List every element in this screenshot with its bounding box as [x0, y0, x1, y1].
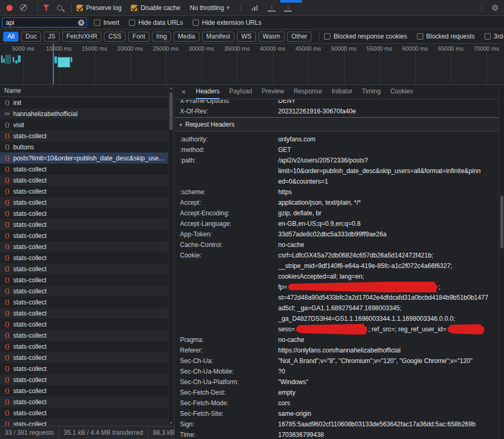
- scroll-down-button[interactable]: [168, 420, 174, 426]
- filter-chip-media[interactable]: Media: [174, 32, 199, 42]
- disable-cache-checkbox[interactable]: Disable cache: [131, 4, 180, 12]
- request-name: stats-collect: [13, 321, 46, 328]
- header-value: no-cache: [278, 335, 499, 345]
- request-name: stats-collect: [13, 310, 46, 317]
- filter-chip-other[interactable]: Other: [287, 32, 311, 42]
- header-value: https: [278, 187, 499, 197]
- tab-preview[interactable]: Preview: [262, 85, 284, 99]
- request-row[interactable]: <>hannahelizabethofficial: [0, 108, 174, 119]
- gear-icon[interactable]: [492, 3, 499, 13]
- close-icon[interactable]: [180, 88, 187, 96]
- request-row[interactable]: {}stats-collect: [0, 297, 174, 308]
- request-row[interactable]: {}stats-collect: [0, 418, 174, 426]
- header-name: X-Of-Rev:: [175, 106, 278, 117]
- request-row[interactable]: {}visit: [0, 119, 174, 130]
- request-type-icon: {}: [4, 155, 13, 161]
- request-row[interactable]: {}stats-collect: [0, 130, 174, 141]
- header-name: Accept-Encoding:: [175, 208, 278, 218]
- checkbox-blocked-requests[interactable]: Blocked requests: [417, 33, 475, 40]
- request-type-icon: {}: [4, 211, 13, 216]
- overview-activity-bar: [58, 58, 70, 67]
- filter-chip-doc[interactable]: Doc: [21, 32, 41, 42]
- request-row[interactable]: {}stats-collect: [0, 219, 174, 230]
- request-row[interactable]: {}stats-collect: [0, 341, 174, 352]
- request-row[interactable]: {}stats-collect: [0, 407, 174, 418]
- request-row[interactable]: {}stats-collect: [0, 241, 174, 252]
- filter-chip-css[interactable]: CSS: [104, 32, 126, 42]
- scrollbar-thumb[interactable]: [169, 92, 173, 130]
- request-row[interactable]: {}stats-collect: [0, 263, 174, 274]
- filter-chip-all[interactable]: All: [3, 32, 18, 42]
- scrollbar-thumb[interactable]: [500, 196, 503, 249]
- export-har-icon[interactable]: [284, 4, 292, 12]
- tab-headers[interactable]: Headers: [196, 85, 220, 99]
- request-row[interactable]: {}buttons: [0, 141, 174, 152]
- header-row: X-Of-Rev:202312261916-30670fa40e: [175, 106, 499, 117]
- filter-icon[interactable]: [43, 5, 50, 11]
- checkbox-blocked-response-cookies[interactable]: Blocked response cookies: [324, 33, 407, 40]
- tab-payload[interactable]: Payload: [229, 85, 252, 99]
- filter-chip-fetch-xhr[interactable]: Fetch/XHR: [62, 32, 102, 42]
- request-type-icon: {}: [4, 133, 13, 139]
- filter-chip-font[interactable]: Font: [128, 32, 149, 42]
- request-row[interactable]: {}stats-collect: [0, 175, 174, 186]
- request-list-scrollbar[interactable]: [168, 85, 174, 426]
- request-row[interactable]: {}stats-collect: [0, 352, 174, 363]
- request-row[interactable]: {}stats-collect: [0, 197, 174, 208]
- request-row[interactable]: {}stats-collect: [0, 374, 174, 385]
- throttling-dropdown[interactable]: No throttling: [190, 4, 230, 12]
- tab-timing[interactable]: Timing: [362, 85, 381, 99]
- filter-chip-ws[interactable]: WS: [237, 32, 255, 42]
- timeline-overview[interactable]: 5000 ms10000 ms15000 ms20000 ms25000 ms3…: [0, 44, 504, 85]
- request-row[interactable]: {}stats-collect: [0, 274, 174, 285]
- tab-cookies[interactable]: Cookies: [390, 85, 413, 99]
- request-row[interactable]: {}init: [0, 97, 174, 108]
- checkbox-icon: [131, 5, 137, 11]
- request-row[interactable]: {}stats-collect: [0, 164, 174, 175]
- checkbox-3rd-party-requests[interactable]: 3rd-party requests: [484, 33, 504, 40]
- request-row[interactable]: {}stats-collect: [0, 230, 174, 241]
- request-row[interactable]: {}stats-collect: [0, 208, 174, 219]
- overview-activity-bar: [18, 55, 21, 62]
- checkbox-invert[interactable]: Invert: [94, 19, 119, 26]
- request-headers-section[interactable]: Request Headers: [175, 118, 499, 131]
- filter-chip-img[interactable]: Img: [152, 32, 171, 42]
- overview-activity-bar: [1, 55, 3, 63]
- redaction-scribble: [288, 284, 438, 290]
- request-row[interactable]: {}stats-collect: [0, 363, 174, 374]
- headers-content: X-Frame-Options:DENYX-Of-Rev:20231226191…: [175, 100, 499, 439]
- requests-count: 33 / 381 requests: [0, 426, 59, 439]
- top-blue-artifact: [280, 0, 302, 3]
- details-scrollbar[interactable]: [499, 85, 504, 439]
- tab-response[interactable]: Response: [293, 85, 322, 99]
- request-row[interactable]: {}stats-collect: [0, 285, 174, 297]
- clear-filter-icon[interactable]: [78, 20, 84, 26]
- request-row[interactable]: {}posts?limit=10&order=publish_date_desc…: [0, 152, 174, 164]
- request-row[interactable]: {}stats-collect: [0, 186, 174, 197]
- search-icon[interactable]: [57, 5, 62, 11]
- filter-input[interactable]: [2, 17, 87, 27]
- request-name: stats-collect: [13, 332, 46, 339]
- preserve-log-checkbox[interactable]: Preserve log: [77, 4, 121, 12]
- scroll-up-button[interactable]: [168, 85, 174, 91]
- request-row[interactable]: {}stats-collect: [0, 385, 174, 396]
- checkbox-hide-data-urls[interactable]: Hide data URLs: [129, 19, 183, 26]
- filter-chip-wasm[interactable]: Wasm: [259, 32, 285, 42]
- header-value: "Not_A Brand";v="8", "Chromium";v="120",…: [278, 356, 499, 366]
- request-row[interactable]: {}stats-collect: [0, 252, 174, 263]
- import-har-icon[interactable]: [268, 4, 275, 12]
- tab-initiator[interactable]: Initiator: [331, 85, 352, 99]
- header-value: 202312261916-30670fa40e: [278, 106, 499, 117]
- header-name: :method:: [175, 145, 278, 155]
- network-conditions-icon[interactable]: [252, 5, 258, 11]
- checkbox-hide-extension-urls[interactable]: Hide extension URLs: [193, 19, 262, 26]
- filter-chip-js[interactable]: JS: [44, 32, 60, 42]
- request-row[interactable]: {}stats-collect: [0, 308, 174, 319]
- record-button[interactable]: [6, 5, 13, 11]
- name-column-header[interactable]: Name: [0, 85, 174, 97]
- request-row[interactable]: {}stats-collect: [0, 396, 174, 407]
- clear-button[interactable]: [20, 4, 27, 11]
- request-row[interactable]: {}stats-collect: [0, 330, 174, 341]
- request-row[interactable]: {}stats-collect: [0, 319, 174, 330]
- filter-chip-manifest[interactable]: Manifest: [202, 32, 234, 42]
